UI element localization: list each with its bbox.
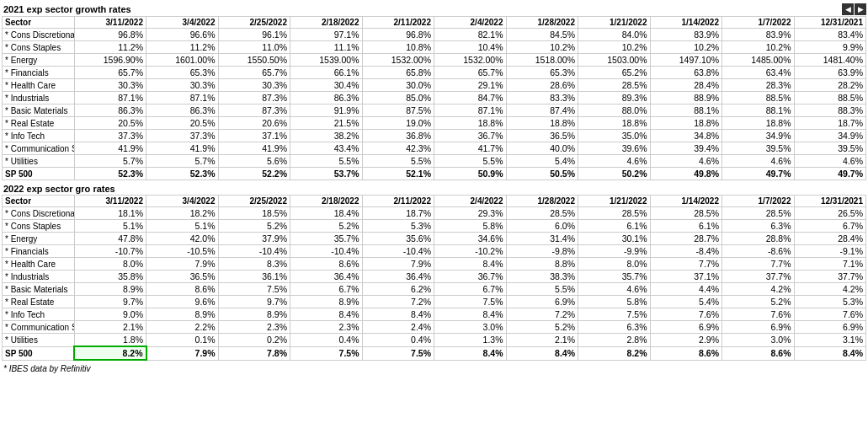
value-cell: 8.6% bbox=[290, 258, 363, 271]
value-cell: 5.7% bbox=[146, 155, 219, 168]
value-cell: 7.5% bbox=[578, 308, 651, 321]
table-row: * Health Care30.3%30.3%30.3%30.4%30.0%29… bbox=[3, 79, 866, 92]
table-row: * Industrials35.8%36.5%36.1%36.4%36.4%36… bbox=[3, 271, 866, 283]
value-cell: 5.1% bbox=[146, 220, 219, 233]
value-cell: 5.8% bbox=[434, 220, 507, 233]
value-cell: 85.0% bbox=[362, 92, 434, 104]
value-cell: 83.9% bbox=[650, 29, 722, 41]
table-row: * Cons Discretionary18.1%18.2%18.5%18.4%… bbox=[3, 207, 866, 220]
value-cell: 87.1% bbox=[146, 92, 219, 104]
value-cell: 28.8% bbox=[722, 233, 795, 245]
value-cell: 82.1% bbox=[434, 29, 507, 41]
value-cell: 1481.40% bbox=[794, 54, 866, 67]
value-cell: 6.3% bbox=[722, 220, 795, 233]
date-header-2/25/2022: 2/25/2022 bbox=[218, 196, 290, 207]
value-cell: 37.1% bbox=[218, 130, 290, 142]
value-cell: 28.3% bbox=[722, 79, 795, 92]
table1-header-row: 2021 exp sector growth rates ◀ ▶ bbox=[2, 3, 866, 16]
value-cell: 36.5% bbox=[506, 130, 578, 142]
value-cell: 7.9% bbox=[146, 258, 219, 271]
value-cell: 97.1% bbox=[290, 29, 363, 41]
value-cell: 65.2% bbox=[578, 67, 651, 79]
value-cell: 4.6% bbox=[722, 155, 795, 168]
value-cell: 7.6% bbox=[722, 308, 795, 321]
sector-cell: * Industrials bbox=[3, 271, 75, 283]
value-cell: 86.3% bbox=[74, 104, 146, 117]
value-cell: 86.3% bbox=[146, 104, 219, 117]
table-row: * Financials65.7%65.3%65.7%66.1%65.8%65.… bbox=[3, 67, 866, 79]
value-cell: 6.9% bbox=[794, 321, 866, 334]
date-header-3/4/2022: 3/4/2022 bbox=[146, 17, 219, 29]
value-cell: 5.1% bbox=[74, 220, 146, 233]
value-cell: -10.4% bbox=[362, 245, 434, 258]
next-button[interactable]: ▶ bbox=[855, 3, 866, 15]
value-cell: 5.7% bbox=[74, 155, 146, 168]
value-cell: 28.2% bbox=[794, 79, 866, 92]
date-header-12/31/2021: 12/31/2021 bbox=[794, 196, 866, 207]
value-cell: 18.7% bbox=[362, 207, 434, 220]
date-header-2/11/2022: 2/11/2022 bbox=[362, 17, 434, 29]
value-cell: -10.5% bbox=[146, 245, 219, 258]
value-cell: 87.3% bbox=[218, 92, 290, 104]
value-cell: 11.2% bbox=[74, 41, 146, 54]
value-cell: 8.4% bbox=[434, 308, 507, 321]
value-cell: 5.3% bbox=[362, 220, 434, 233]
value-cell: 66.1% bbox=[290, 67, 363, 79]
value-cell: 91.9% bbox=[290, 104, 363, 117]
value-cell: 20.5% bbox=[74, 117, 146, 130]
value-cell: 6.1% bbox=[578, 220, 651, 233]
value-cell: 35.6% bbox=[362, 233, 434, 245]
sector-cell: * Cons Discretionary bbox=[3, 29, 75, 41]
value-cell: 88.1% bbox=[650, 104, 722, 117]
value-cell: 34.9% bbox=[722, 130, 795, 142]
table1-wrapper: Sector3/11/20223/4/20222/25/20222/18/202… bbox=[2, 16, 866, 180]
date-header-1/21/2022: 1/21/2022 bbox=[578, 17, 651, 29]
value-cell: 5.2% bbox=[218, 220, 290, 233]
value-cell: 19.0% bbox=[362, 117, 434, 130]
sp500-value: 7.5% bbox=[290, 346, 363, 360]
value-cell: 28.5% bbox=[506, 207, 578, 220]
value-cell: 63.9% bbox=[794, 67, 866, 79]
value-cell: 6.9% bbox=[650, 321, 722, 334]
value-cell: 6.7% bbox=[434, 283, 507, 296]
date-header-2/4/2022: 2/4/2022 bbox=[434, 196, 507, 207]
value-cell: 1539.00% bbox=[290, 54, 363, 67]
table-row: * Energy47.8%42.0%37.9%35.7%35.6%34.6%31… bbox=[3, 233, 866, 245]
table1-title: 2021 exp sector growth rates bbox=[2, 4, 131, 14]
table-row: * Health Care8.0%7.9%8.3%8.6%7.9%8.4%8.8… bbox=[3, 258, 866, 271]
value-cell: 6.7% bbox=[794, 220, 866, 233]
value-cell: 65.3% bbox=[146, 67, 219, 79]
value-cell: 8.4% bbox=[290, 308, 363, 321]
date-header-1/28/2022: 1/28/2022 bbox=[506, 17, 578, 29]
value-cell: 28.5% bbox=[578, 207, 651, 220]
value-cell: 5.4% bbox=[650, 296, 722, 308]
value-cell: 65.7% bbox=[74, 67, 146, 79]
value-cell: 88.5% bbox=[722, 92, 795, 104]
value-cell: 37.3% bbox=[74, 130, 146, 142]
value-cell: 38.2% bbox=[290, 130, 363, 142]
prev-button[interactable]: ◀ bbox=[842, 3, 854, 15]
value-cell: 8.9% bbox=[218, 308, 290, 321]
value-cell: 6.9% bbox=[506, 296, 578, 308]
value-cell: 8.3% bbox=[218, 258, 290, 271]
value-cell: 5.4% bbox=[506, 155, 578, 168]
sector-cell: * Health Care bbox=[3, 258, 75, 271]
value-cell: 6.9% bbox=[722, 321, 795, 334]
value-cell: 7.2% bbox=[506, 308, 578, 321]
value-cell: 87.3% bbox=[218, 104, 290, 117]
value-cell: 4.6% bbox=[578, 283, 651, 296]
value-cell: 35.0% bbox=[578, 130, 651, 142]
value-cell: 1532.00% bbox=[362, 54, 434, 67]
table-row: * Real Estate20.5%20.5%20.6%21.5%19.0%18… bbox=[3, 117, 866, 130]
sector-cell: * Communication Services bbox=[3, 142, 75, 155]
value-cell: 1532.00% bbox=[434, 54, 507, 67]
value-cell: 4.6% bbox=[650, 155, 722, 168]
date-header-12/31/2021: 12/31/2021 bbox=[794, 17, 866, 29]
value-cell: 28.4% bbox=[794, 233, 866, 245]
sp500-value: 7.9% bbox=[146, 346, 219, 360]
value-cell: 36.8% bbox=[362, 130, 434, 142]
value-cell: 4.6% bbox=[794, 155, 866, 168]
sp500-label: SP 500 bbox=[3, 346, 75, 360]
value-cell: 7.7% bbox=[650, 258, 722, 271]
value-cell: 36.7% bbox=[434, 271, 507, 283]
